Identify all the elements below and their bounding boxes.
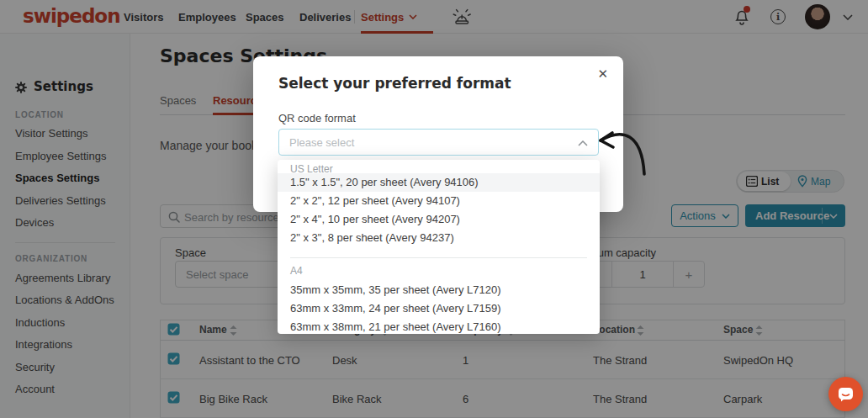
chevron-up-icon (578, 140, 588, 146)
option-group-a4: A4 (290, 265, 303, 277)
chat-launcher-button[interactable] (828, 377, 863, 411)
annotation-arrow (589, 122, 656, 185)
option-avery-94237[interactable]: 2" x 3", 8 per sheet (Avery 94237) (278, 229, 600, 247)
qr-format-select[interactable]: Please select (278, 129, 599, 156)
modal-title: Select your preferred format (278, 75, 511, 92)
option-avery-94106[interactable]: 1.5" x 1.5", 20 per sheet (Avery 94106) (278, 173, 600, 192)
option-avery-l7160[interactable]: 63mm x 38mm, 21 per sheet (Avery L7160) (278, 318, 600, 334)
option-avery-l7159[interactable]: 63mm x 33mm, 24 per sheet (Avery L7159) (278, 299, 600, 318)
qr-format-dropdown: US Letter 1.5" x 1.5", 20 per sheet (Ave… (278, 160, 600, 334)
option-avery-94207[interactable]: 2" x 4", 10 per sheet (Avery 94207) (278, 210, 600, 229)
group-divider (290, 257, 587, 258)
chat-bubble-icon (838, 387, 854, 402)
close-icon[interactable]: ✕ (597, 66, 608, 82)
option-avery-94107[interactable]: 2" x 2", 12 per sheet (Avery 94107) (278, 192, 600, 210)
qr-format-label: QR code format (278, 112, 356, 124)
select-placeholder: Please select (289, 136, 354, 149)
option-avery-l7120[interactable]: 35mm x 35mm, 35 per sheet (Avery L7120) (278, 281, 600, 299)
